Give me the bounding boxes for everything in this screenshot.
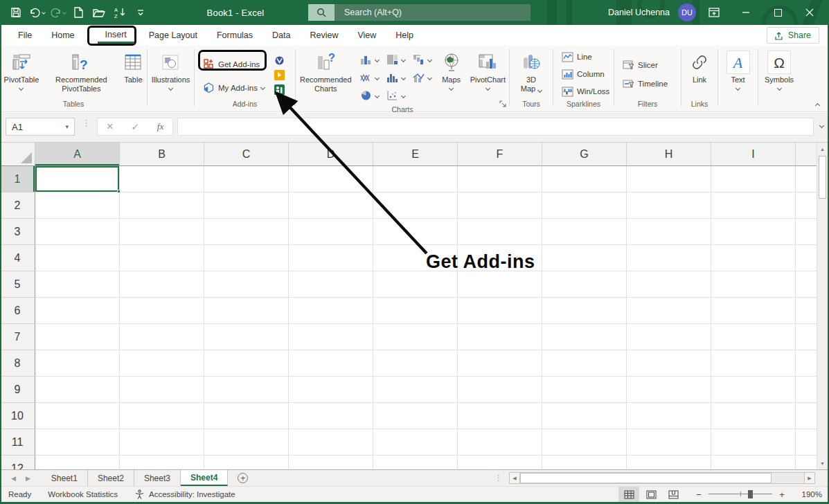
statistic-chart-dropdown-icon[interactable] [401, 75, 406, 80]
row-header-7[interactable]: 7 [0, 324, 35, 350]
insert-line-chart-button[interactable] [357, 69, 384, 86]
cell-I3[interactable] [711, 219, 796, 245]
cell-D5[interactable] [289, 271, 373, 298]
cell-A5[interactable] [35, 271, 120, 298]
row-header-10[interactable]: 10 [0, 403, 35, 429]
row-header-3[interactable]: 3 [0, 219, 35, 245]
zoom-slider[interactable] [708, 489, 772, 499]
cell-B10[interactable] [120, 403, 204, 429]
text-dropdown-icon[interactable] [736, 86, 740, 91]
scroll-left-icon[interactable]: ◀ [509, 472, 520, 484]
row-header-2[interactable]: 2 [0, 192, 35, 219]
page-layout-view-button[interactable] [641, 487, 661, 502]
cell-F2[interactable] [458, 192, 542, 219]
tab-view[interactable]: View [348, 25, 386, 46]
insert-hierarchy-chart-button[interactable] [384, 51, 410, 68]
cell-B3[interactable] [120, 219, 204, 245]
cell-G2[interactable] [542, 192, 627, 219]
visio-addin-icon[interactable] [274, 55, 285, 66]
cell-E11[interactable] [373, 429, 458, 456]
cell-H3[interactable] [627, 219, 711, 245]
cell-E6[interactable] [373, 298, 458, 324]
tab-data[interactable]: Data [262, 25, 300, 46]
cell-D9[interactable] [289, 377, 373, 403]
text-button[interactable]: A Text [723, 48, 754, 90]
cell-C8[interactable] [204, 350, 289, 377]
cell-F3[interactable] [458, 219, 542, 245]
illustrations-dropdown-icon[interactable] [168, 86, 173, 91]
cell-G10[interactable] [542, 403, 627, 429]
cell-G9[interactable] [542, 377, 627, 403]
cell-I5[interactable] [711, 271, 796, 298]
maps-button[interactable]: Maps [438, 48, 465, 90]
cell-C3[interactable] [204, 219, 289, 245]
avatar[interactable]: DU [678, 3, 696, 21]
row-header-8[interactable]: 8 [0, 350, 35, 377]
sheet-tab-sheet2[interactable]: Sheet2 [88, 470, 134, 486]
sheet-nav-right-icon[interactable]: ▶ [26, 475, 30, 482]
cell-A2[interactable] [35, 192, 120, 219]
get-addins-button[interactable]: Get Add-ins [200, 56, 267, 73]
horizontal-scroll-thumb[interactable] [520, 473, 772, 483]
people-graph-addin-icon[interactable] [274, 84, 285, 95]
sheet-tab-sheet4[interactable]: Sheet4 [181, 470, 228, 486]
row-header-1[interactable]: 1 [0, 166, 35, 192]
3d-map-button[interactable]: 3D Map [517, 48, 545, 93]
accessibility-status[interactable]: Accessibility: Investigate [126, 487, 244, 502]
cell-C4[interactable] [204, 245, 289, 271]
cell-C6[interactable] [204, 298, 289, 324]
slicer-button[interactable]: Slicer [620, 57, 661, 73]
insert-combo-chart-button[interactable] [410, 69, 436, 86]
3d-map-dropdown-icon[interactable] [537, 87, 542, 92]
open-folder-icon[interactable] [90, 3, 108, 21]
cell-H11[interactable] [627, 429, 711, 456]
cell-D1[interactable] [289, 166, 373, 192]
my-addins-dropdown-icon[interactable] [260, 85, 265, 90]
cell-E12[interactable] [373, 456, 458, 469]
cell-A9[interactable] [35, 377, 120, 403]
cell-I2[interactable] [711, 192, 796, 219]
cell-D12[interactable] [289, 456, 373, 469]
sparkline-winloss-button[interactable]: Win/Loss [559, 83, 612, 100]
collapse-ribbon-icon[interactable] [815, 103, 820, 108]
table-button[interactable]: Table [120, 48, 146, 84]
column-header-G[interactable]: G [542, 143, 627, 165]
cell-H8[interactable] [627, 350, 711, 377]
name-box[interactable]: A1 ▾ [6, 118, 75, 136]
insert-pie-chart-button[interactable] [357, 87, 384, 104]
splitter-handle-icon[interactable]: ⋮ [494, 474, 502, 483]
cell-F5[interactable] [458, 271, 542, 298]
cell-E9[interactable] [373, 377, 458, 403]
cell-A6[interactable] [35, 298, 120, 324]
cell-B12[interactable] [120, 456, 204, 469]
vertical-scrollbar[interactable]: ▲ ▼ [817, 143, 828, 469]
row-header-11[interactable]: 11 [0, 429, 35, 456]
scroll-up-icon[interactable]: ▲ [817, 143, 828, 155]
cell-A11[interactable] [35, 429, 120, 456]
tab-formulas[interactable]: Formulas [207, 25, 262, 46]
sparkline-column-button[interactable]: Column [559, 66, 607, 82]
sheet-tab-sheet1[interactable]: Sheet1 [42, 470, 88, 486]
select-all-corner[interactable] [0, 143, 35, 165]
pie-chart-dropdown-icon[interactable] [375, 93, 380, 98]
row-header-6[interactable]: 6 [0, 298, 35, 324]
cell-B8[interactable] [120, 350, 204, 377]
cell-D2[interactable] [289, 192, 373, 219]
cell-I7[interactable] [711, 324, 796, 350]
formula-input[interactable] [177, 118, 814, 136]
charts-dialog-launcher-icon[interactable] [499, 98, 506, 110]
insert-column-chart-button[interactable] [357, 51, 384, 68]
cell-E3[interactable] [373, 219, 458, 245]
formula-bar-expand-icon[interactable] [819, 123, 824, 128]
cell-G7[interactable] [542, 324, 627, 350]
cell-G6[interactable] [542, 298, 627, 324]
cell-E5[interactable] [373, 271, 458, 298]
cell-F12[interactable] [458, 456, 542, 469]
bing-addin-icon[interactable] [274, 70, 285, 80]
cell-C9[interactable] [204, 377, 289, 403]
vertical-scroll-thumb[interactable] [819, 156, 826, 199]
cell-F11[interactable] [458, 429, 542, 456]
cell-F10[interactable] [458, 403, 542, 429]
pivotchart-button[interactable]: PivotChart [467, 48, 509, 90]
cell-E10[interactable] [373, 403, 458, 429]
